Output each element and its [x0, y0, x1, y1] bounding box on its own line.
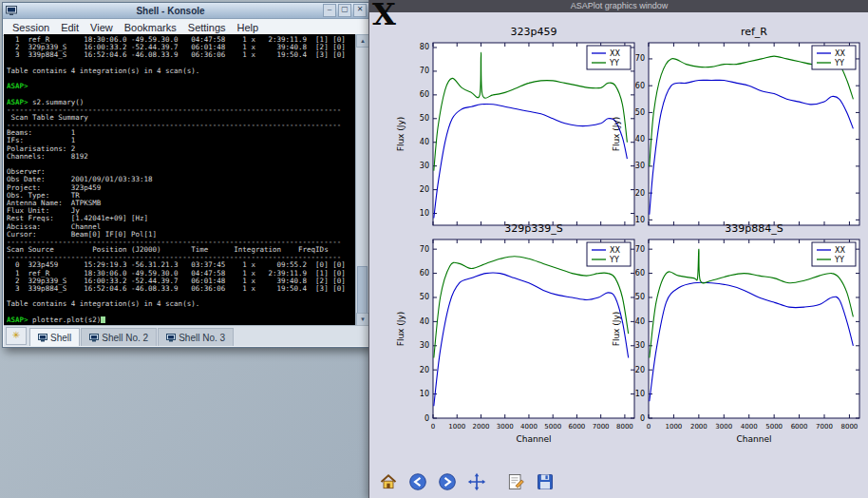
x-tick-label: 0 [431, 423, 435, 431]
x-tick-label: 2000 [690, 423, 708, 431]
x-tick-label: 1000 [666, 423, 683, 431]
menu-item-edit[interactable]: Edit [55, 22, 85, 33]
x-tick-label: 0 [647, 423, 651, 431]
y-tick-label: 70 [420, 67, 429, 75]
menu-item-view[interactable]: View [85, 22, 119, 33]
konsole-icon [6, 6, 17, 15]
x-tick-label: 6000 [791, 423, 808, 431]
tab-label: Shell No. 2 [102, 333, 148, 343]
terminal-tabbar: ✳ ShellShell No. 2Shell No. 3 [4, 325, 368, 346]
legend-box [812, 46, 856, 69]
y-tick-label: 10 [420, 209, 429, 218]
tab-shell-no-2[interactable]: Shell No. 2 [81, 328, 157, 346]
terminal-line: Table contains 4 integration(s) in 4 sca… [7, 67, 355, 75]
terminal-line: 3 339p884_S 16:52:04.6 -46.08.33.9 06:36… [7, 51, 355, 59]
x-tick-label: 3000 [497, 423, 514, 431]
terminal-line: Channels: 8192 [7, 153, 355, 161]
scrollbar-thumb[interactable] [357, 266, 368, 314]
y-tick-label: 70 [635, 54, 645, 63]
scroll-down-icon[interactable]: ▼ [356, 313, 369, 326]
plot-window: ASAPlot graphics window X 323p459Flux (J… [368, 0, 868, 498]
shell-tab-icon [38, 334, 47, 342]
maximize-icon[interactable]: ▢ [338, 4, 351, 17]
new-session-icon[interactable]: ✳ [6, 327, 27, 345]
plot-canvas: 323p459Flux (Jy)1020304050607080XXYYref_… [369, 12, 868, 498]
back-icon[interactable] [406, 470, 429, 493]
y-tick-label: 40 [420, 317, 429, 326]
y-tick-label: 60 [635, 82, 645, 90]
home-icon[interactable] [377, 470, 400, 493]
shell-tab-icon [166, 334, 176, 342]
forward-icon[interactable] [436, 470, 459, 493]
tab-shell-no-3[interactable]: Shell No. 3 [158, 328, 234, 346]
y-tick-label: 30 [635, 341, 645, 350]
terminal-line: ASAP> [7, 83, 355, 90]
shell-tab-icon [89, 334, 99, 342]
plot-titlebar[interactable]: ASAPlot graphics window [369, 0, 868, 12]
subplot-title: 329p339_S [504, 222, 562, 235]
tab-shell[interactable]: Shell [29, 328, 80, 346]
y-tick-label: 0 [425, 414, 429, 423]
y-tick-label: 30 [420, 341, 429, 350]
axes-frame [433, 43, 634, 225]
x-tick-label: 5000 [765, 423, 783, 431]
x-axis-label: Channel [517, 434, 552, 444]
menu-item-bookmarks[interactable]: Bookmarks [119, 22, 182, 33]
legend-label-YY: YY [834, 256, 844, 264]
y-tick-label: 70 [420, 245, 429, 254]
x-tick-label: 3000 [715, 423, 732, 431]
terminal-line: ASAP> plotter.plot(s2) [7, 316, 355, 324]
x-tick-label: 4000 [520, 423, 538, 431]
x-tick-label: 1000 [448, 423, 465, 431]
close-icon[interactable]: ✕ [353, 4, 367, 17]
y-tick-label: 20 [635, 366, 645, 374]
terminal-titlebar[interactable]: Shell - Konsole – ▢ ✕ [3, 3, 369, 19]
x-axis-label: Channel [737, 434, 772, 444]
subplot-ref_R: ref_RFlux (Jy)10203040506070XXYY [609, 22, 868, 237]
tab-label: Shell No. 3 [179, 333, 225, 343]
save-icon[interactable] [534, 470, 557, 493]
x-tick-label: 2000 [473, 423, 490, 431]
y-tick-label: 40 [420, 138, 429, 146]
terminal-output[interactable]: 1 ref_R 18:30:06.0 -49.59.30.0 04:47:58 … [4, 34, 355, 326]
y-tick-label: 50 [420, 293, 429, 301]
x-tick-label: 4000 [741, 423, 758, 431]
pan-icon[interactable] [465, 470, 488, 493]
y-axis-label: Flux (Jy) [396, 312, 406, 347]
y-tick-label: 70 [635, 245, 645, 254]
axes-frame [649, 43, 859, 225]
y-tick-label: 40 [635, 317, 645, 326]
asap-prompt: ASAP> [7, 316, 28, 324]
minimize-icon[interactable]: – [323, 4, 336, 17]
x-tick-label: 6000 [569, 423, 586, 431]
y-axis-label: Flux (Jy) [612, 117, 621, 152]
y-tick-label: 30 [420, 162, 429, 170]
terminal-cursor [101, 316, 105, 323]
y-tick-label: 80 [420, 43, 429, 51]
terminal-window: Shell - Konsole – ▢ ✕ SessionEditViewBoo… [2, 2, 370, 348]
y-tick-label: 10 [635, 390, 645, 398]
subplot-title: ref_R [741, 26, 767, 38]
y-tick-label: 60 [635, 269, 645, 278]
desktop: { "icons": { "minimize": "–", "maximize"… [0, 0, 868, 498]
y-tick-label: 30 [635, 162, 645, 170]
y-axis-label: Flux (Jy) [396, 117, 406, 152]
legend-label-XX: XX [835, 49, 845, 58]
y-tick-label: 0 [640, 414, 645, 423]
terminal-scrollbar[interactable]: ▲ ▼ [355, 34, 368, 326]
menu-item-help[interactable]: Help [232, 22, 265, 33]
subplots-icon[interactable] [504, 470, 527, 493]
terminal-body[interactable]: 1 ref_R 18:30:06.0 -49.59.30.0 04:47:58 … [4, 34, 368, 326]
plot-toolbar [377, 470, 557, 493]
menu-item-session[interactable]: Session [7, 22, 55, 33]
y-tick-label: 60 [420, 90, 429, 99]
y-tick-label: 60 [420, 269, 429, 278]
legend-label-XX: XX [835, 246, 845, 255]
x-tick-label: 5000 [544, 423, 561, 431]
menu-item-settings[interactable]: Settings [182, 22, 232, 33]
y-tick-label: 20 [635, 189, 645, 198]
subplot-339p884_S: 339p884_SFlux (Jy)0102030405060700100020… [609, 219, 868, 450]
scroll-up-icon[interactable]: ▲ [356, 34, 369, 48]
legend-label-YY: YY [834, 59, 844, 67]
y-tick-label: 50 [635, 293, 645, 301]
